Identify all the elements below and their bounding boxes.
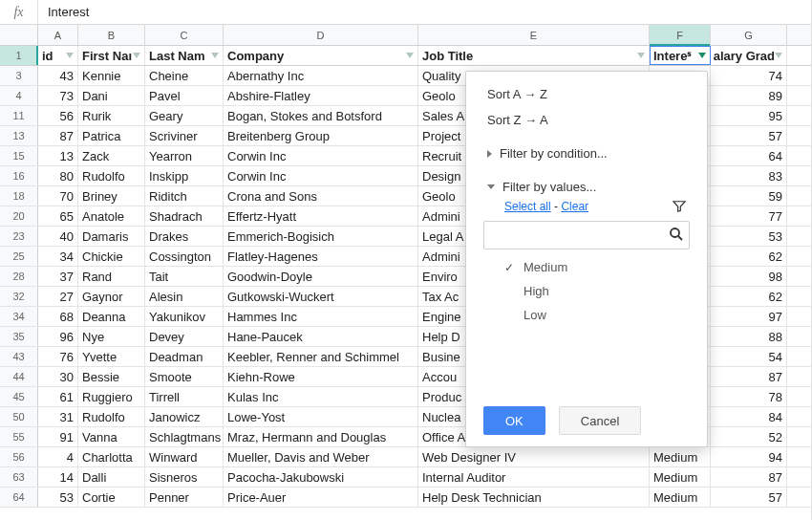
cell-lastname[interactable]: Schlagtmans [145, 427, 224, 446]
cell-firstname[interactable]: Deanna [78, 307, 145, 326]
cell-salarygrade[interactable]: 94 [711, 447, 787, 466]
cell-company[interactable]: Corwin Inc [224, 146, 418, 165]
header-jobtitle[interactable]: Job Title [418, 46, 650, 65]
cell-lastname[interactable]: Pavel [145, 86, 224, 105]
row-number[interactable]: 35 [0, 327, 38, 346]
cell-lastname[interactable]: Janowicz [145, 407, 224, 426]
cell-firstname[interactable]: Damaris [78, 227, 145, 246]
cell-id[interactable]: 30 [38, 367, 78, 386]
cell-company[interactable]: Corwin Inc [224, 166, 418, 185]
cell-firstname[interactable]: Rudolfo [78, 166, 145, 185]
row-number[interactable]: 63 [0, 467, 38, 487]
header-salarygrade[interactable]: alary Grad [711, 46, 787, 65]
row-number[interactable]: 45 [0, 387, 38, 406]
cell-salarygrade[interactable]: 84 [711, 407, 787, 426]
cell-salarygrade[interactable]: 59 [711, 186, 787, 206]
filter-icon[interactable] [406, 53, 414, 58]
row-number[interactable]: 34 [0, 307, 38, 326]
filter-icon[interactable] [133, 53, 140, 58]
cell-id[interactable]: 68 [38, 307, 78, 326]
row-number[interactable]: 32 [0, 287, 38, 306]
cell-salarygrade[interactable]: 89 [711, 86, 787, 105]
cell-firstname[interactable]: Cortie [78, 488, 145, 507]
cell-id[interactable]: 76 [38, 347, 78, 366]
cell-company[interactable]: Hammes Inc [224, 307, 418, 326]
cell-firstname[interactable]: Kennie [78, 66, 145, 85]
cell-lastname[interactable]: Inskipp [145, 166, 224, 185]
cell-lastname[interactable]: Winward [145, 447, 224, 466]
cell-company[interactable]: Flatley-Hagenes [224, 247, 418, 266]
cell-jobtitle[interactable]: Help Desk Technician [418, 488, 650, 507]
formula-bar-value[interactable]: Interest [38, 5, 89, 19]
cell-lastname[interactable]: Sisneros [145, 467, 224, 487]
row-number[interactable]: 3 [0, 66, 38, 85]
cell-id[interactable]: 37 [38, 267, 78, 286]
row-number[interactable]: 44 [0, 367, 38, 386]
column-header-E[interactable]: E [418, 25, 650, 45]
sort-az[interactable]: Sort A → Z [466, 81, 707, 107]
cell-lastname[interactable]: Drakes [145, 227, 224, 246]
cell-salarygrade[interactable]: 52 [711, 427, 787, 446]
cell-salarygrade[interactable]: 87 [711, 367, 787, 386]
cell-company[interactable]: Price-Auer [224, 488, 418, 507]
cell-firstname[interactable]: Nye [78, 327, 145, 346]
cell-company[interactable]: Crona and Sons [224, 186, 418, 206]
filter-icon[interactable] [698, 53, 706, 58]
row-number[interactable]: 20 [0, 206, 38, 226]
filter-choice[interactable]: ✓Medium [466, 255, 707, 279]
cell-lastname[interactable]: Penner [145, 488, 224, 507]
cell-lastname[interactable]: Scriviner [145, 126, 224, 145]
cell-firstname[interactable]: Gaynor [78, 287, 145, 306]
cell-company[interactable]: Lowe-Yost [224, 407, 418, 426]
cell-salarygrade[interactable]: 97 [711, 307, 787, 326]
cell-lastname[interactable]: Devey [145, 327, 224, 346]
cell-company[interactable]: Mraz, Hermann and Douglas [224, 427, 418, 446]
cell-id[interactable]: 34 [38, 247, 78, 266]
cell-salarygrade[interactable]: 78 [711, 387, 787, 406]
cell-firstname[interactable]: Dani [78, 86, 145, 105]
cell-salarygrade[interactable]: 77 [711, 206, 787, 226]
search-icon[interactable] [669, 227, 684, 245]
cell-company[interactable]: Abshire-Flatley [224, 86, 418, 105]
cell-id[interactable]: 56 [38, 106, 78, 125]
cell-firstname[interactable]: Bessie [78, 367, 145, 386]
cell-salarygrade[interactable]: 83 [711, 166, 787, 185]
cell-lastname[interactable]: Cossington [145, 247, 224, 266]
cell-company[interactable]: Pacocha-Jakubowski [224, 467, 418, 487]
cell-id[interactable]: 4 [38, 447, 78, 466]
cell-salarygrade[interactable]: 95 [711, 106, 787, 125]
cell-id[interactable]: 73 [38, 86, 78, 105]
row-number[interactable]: 43 [0, 347, 38, 366]
cell-salarygrade[interactable]: 54 [711, 347, 787, 366]
cell-salarygrade[interactable]: 62 [711, 287, 787, 306]
select-all-corner[interactable] [0, 25, 38, 45]
cell-lastname[interactable]: Tirrell [145, 387, 224, 406]
cell-id[interactable]: 40 [38, 227, 78, 246]
cell-lastname[interactable]: Riditch [145, 186, 224, 206]
row-number[interactable]: 13 [0, 126, 38, 145]
filter-icon[interactable] [211, 53, 219, 58]
cell-id[interactable]: 91 [38, 427, 78, 446]
cell-firstname[interactable]: Ruggiero [78, 387, 145, 406]
cell-company[interactable]: Abernathy Inc [224, 66, 418, 85]
cell-id[interactable]: 70 [38, 186, 78, 206]
cell-company[interactable]: Kulas Inc [224, 387, 418, 406]
cell-salarygrade[interactable]: 57 [711, 126, 787, 145]
cell-id[interactable]: 80 [38, 166, 78, 185]
filter-search-input[interactable] [483, 221, 690, 249]
cell-company[interactable]: Kiehn-Rowe [224, 367, 418, 386]
cell-firstname[interactable]: Briney [78, 186, 145, 206]
row-number[interactable]: 15 [0, 146, 38, 165]
cell-company[interactable]: Hane-Paucek [224, 327, 418, 346]
row-number[interactable]: 28 [0, 267, 38, 286]
cell-id[interactable]: 43 [38, 66, 78, 85]
cell-id[interactable]: 65 [38, 206, 78, 226]
cell-id[interactable]: 96 [38, 327, 78, 346]
cell-company[interactable]: Keebler, Renner and Schimmel [224, 347, 418, 366]
cell-company[interactable]: Breitenberg Group [224, 126, 418, 145]
column-header-D[interactable]: D [224, 25, 418, 45]
cell-company[interactable]: Gutkowski-Wuckert [224, 287, 418, 306]
header-firstname[interactable]: First Naı [78, 46, 145, 65]
cell-company[interactable]: Bogan, Stokes and Botsford [224, 106, 418, 125]
sort-za[interactable]: Sort Z → A [466, 107, 707, 133]
